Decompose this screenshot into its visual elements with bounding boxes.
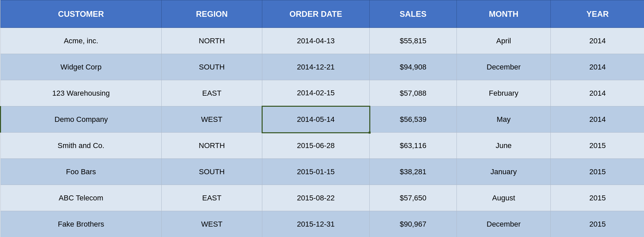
col-header-sales: SALES	[370, 0, 457, 28]
cell-month[interactable]: June	[457, 133, 551, 159]
cell-customer[interactable]: Widget Corp	[1, 54, 162, 80]
cell-sales[interactable]: $57,650	[370, 185, 457, 211]
cell-sales[interactable]: $90,967	[370, 211, 457, 237]
cell-customer[interactable]: Acme, inc.	[1, 28, 162, 54]
cell-customer[interactable]: 123 Warehousing	[1, 80, 162, 106]
cell-region[interactable]: EAST	[162, 80, 262, 106]
cell-order_date[interactable]: 2014-12-21	[262, 54, 370, 80]
cell-order_date[interactable]: 2015-12-31	[262, 211, 370, 237]
cell-year[interactable]: 2014	[551, 28, 644, 54]
cell-order_date[interactable]: 2014-02-15	[262, 80, 370, 106]
cell-year[interactable]: 2014	[551, 106, 644, 133]
cell-year[interactable]: 2014	[551, 54, 644, 80]
cell-month[interactable]: May	[457, 106, 551, 133]
cell-sales[interactable]: $57,088	[370, 80, 457, 106]
cell-month[interactable]: December	[457, 211, 551, 237]
data-table: CUSTOMER REGION ORDER DATE SALES MONTH Y…	[0, 0, 644, 237]
cell-month[interactable]: December	[457, 54, 551, 80]
cell-customer[interactable]: ABC Telecom	[1, 185, 162, 211]
col-header-year: YEAR	[551, 0, 644, 28]
col-header-region: REGION	[162, 0, 262, 28]
cell-year[interactable]: 2015	[551, 211, 644, 237]
cell-customer[interactable]: Smith and Co.	[1, 133, 162, 159]
cell-sales[interactable]: $56,539	[370, 106, 457, 133]
cell-region[interactable]: SOUTH	[162, 54, 262, 80]
cell-customer[interactable]: Fake Brothers	[1, 211, 162, 237]
table-row[interactable]: Acme, inc.NORTH2014-04-13$55,815April201…	[1, 28, 644, 54]
table-row[interactable]: Demo CompanyWEST2014-05-14$56,539May2014	[1, 106, 644, 133]
cell-sales[interactable]: $38,281	[370, 159, 457, 185]
table-row[interactable]: ABC TelecomEAST2015-08-22$57,650August20…	[1, 185, 644, 211]
header-row: CUSTOMER REGION ORDER DATE SALES MONTH Y…	[1, 0, 644, 28]
spreadsheet-container: CUSTOMER REGION ORDER DATE SALES MONTH Y…	[0, 0, 644, 237]
cell-sales[interactable]: $55,815	[370, 28, 457, 54]
cell-region[interactable]: WEST	[162, 106, 262, 133]
cell-year[interactable]: 2015	[551, 185, 644, 211]
col-header-month: MONTH	[457, 0, 551, 28]
cell-order_date[interactable]: 2014-04-13	[262, 28, 370, 54]
cell-month[interactable]: February	[457, 80, 551, 106]
table-row[interactable]: 123 WarehousingEAST2014-02-15$57,088Febr…	[1, 80, 644, 106]
cell-year[interactable]: 2015	[551, 133, 644, 159]
cell-month[interactable]: August	[457, 185, 551, 211]
table-row[interactable]: Foo BarsSOUTH2015-01-15$38,281January201…	[1, 159, 644, 185]
cell-customer[interactable]: Demo Company	[1, 106, 162, 133]
table-row[interactable]: Smith and Co.NORTH2015-06-28$63,116June2…	[1, 133, 644, 159]
cell-region[interactable]: NORTH	[162, 28, 262, 54]
cell-region[interactable]: EAST	[162, 185, 262, 211]
cell-customer[interactable]: Foo Bars	[1, 159, 162, 185]
cell-order_date[interactable]: 2015-08-22	[262, 185, 370, 211]
cell-month[interactable]: January	[457, 159, 551, 185]
cell-order_date[interactable]: 2014-05-14	[262, 106, 370, 133]
cell-region[interactable]: WEST	[162, 211, 262, 237]
table-body: Acme, inc.NORTH2014-04-13$55,815April201…	[1, 28, 644, 237]
cell-region[interactable]: NORTH	[162, 133, 262, 159]
col-header-order-date: ORDER DATE	[262, 0, 370, 28]
cell-year[interactable]: 2014	[551, 80, 644, 106]
cell-sales[interactable]: $94,908	[370, 54, 457, 80]
cell-order_date[interactable]: 2015-06-28	[262, 133, 370, 159]
col-header-customer: CUSTOMER	[1, 0, 162, 28]
table-row[interactable]: Widget CorpSOUTH2014-12-21$94,908Decembe…	[1, 54, 644, 80]
cell-order_date[interactable]: 2015-01-15	[262, 159, 370, 185]
cell-year[interactable]: 2015	[551, 159, 644, 185]
cell-region[interactable]: SOUTH	[162, 159, 262, 185]
cell-month[interactable]: April	[457, 28, 551, 54]
cell-sales[interactable]: $63,116	[370, 133, 457, 159]
table-row[interactable]: Fake BrothersWEST2015-12-31$90,967Decemb…	[1, 211, 644, 237]
